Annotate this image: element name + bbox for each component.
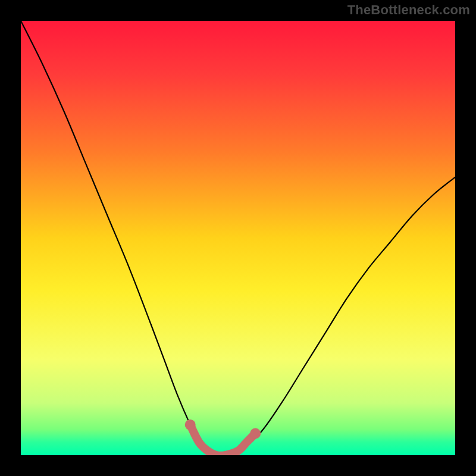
gradient-background [21, 21, 455, 455]
plot-area [21, 21, 455, 455]
highlight-endpoint [250, 428, 261, 439]
watermark-text: TheBottleneck.com [347, 2, 470, 18]
bottleneck-chart [21, 21, 455, 455]
chart-frame: TheBottleneck.com [0, 0, 476, 476]
highlight-endpoint [185, 419, 196, 430]
